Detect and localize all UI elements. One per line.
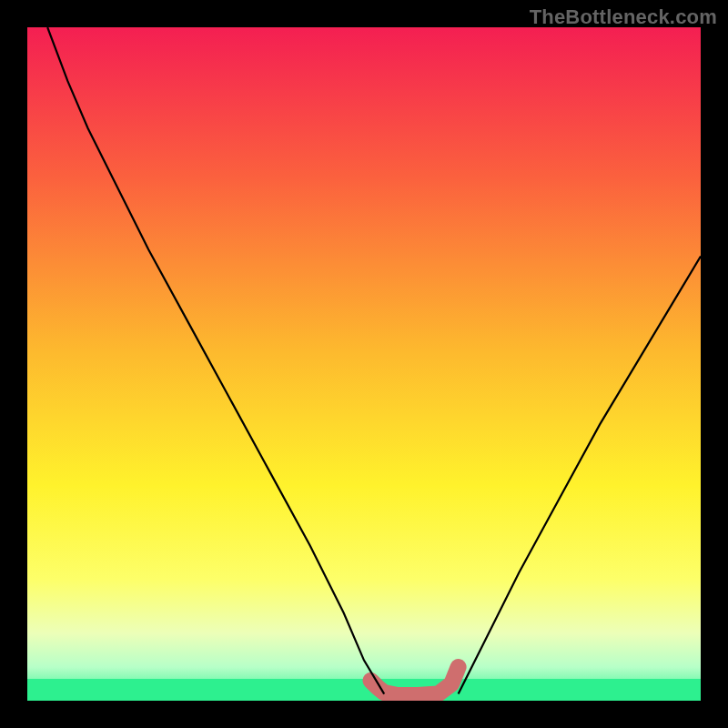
watermark-text: TheBottleneck.com — [530, 5, 717, 29]
chart-svg — [27, 27, 701, 701]
chart-area — [27, 27, 701, 701]
outer-frame: TheBottleneck.com — [0, 0, 728, 728]
gradient-background — [27, 27, 701, 701]
